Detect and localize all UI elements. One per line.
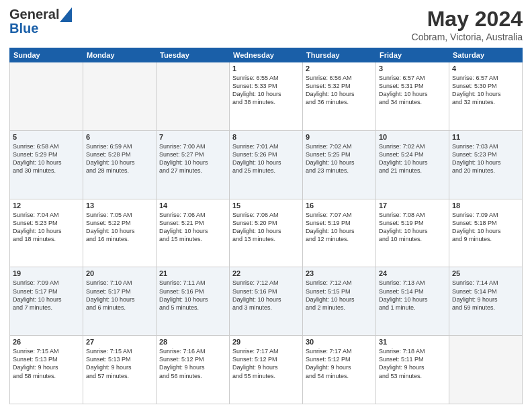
calendar-cell: 13Sunrise: 7:05 AM Sunset: 5:22 PM Dayli…	[83, 199, 157, 267]
day-info: Sunrise: 7:06 AM Sunset: 5:21 PM Dayligh…	[159, 211, 226, 244]
calendar-cell: 21Sunrise: 7:11 AM Sunset: 5:16 PM Dayli…	[157, 267, 230, 336]
calendar-cell	[10, 62, 83, 131]
day-number: 1	[232, 64, 300, 73]
day-info: Sunrise: 6:57 AM Sunset: 5:30 PM Dayligh…	[452, 74, 519, 107]
day-info: Sunrise: 6:56 AM Sunset: 5:32 PM Dayligh…	[306, 74, 373, 107]
day-info: Sunrise: 6:57 AM Sunset: 5:31 PM Dayligh…	[379, 74, 446, 107]
day-number: 12	[13, 201, 80, 210]
calendar-cell: 18Sunrise: 7:09 AM Sunset: 5:18 PM Dayli…	[449, 199, 523, 267]
logo-blue: Blue	[9, 21, 38, 36]
calendar-cell: 20Sunrise: 7:10 AM Sunset: 5:17 PM Dayli…	[83, 267, 157, 336]
calendar-cell	[157, 62, 230, 131]
day-number: 19	[13, 269, 80, 277]
day-header-friday: Friday	[376, 48, 449, 62]
calendar-cell: 10Sunrise: 7:02 AM Sunset: 5:24 PM Dayli…	[376, 130, 449, 199]
day-header-thursday: Thursday	[303, 48, 376, 62]
day-info: Sunrise: 7:15 AM Sunset: 5:13 PM Dayligh…	[86, 347, 153, 380]
calendar-cell: 7Sunrise: 7:00 AM Sunset: 5:27 PM Daylig…	[157, 130, 230, 199]
day-info: Sunrise: 7:18 AM Sunset: 5:11 PM Dayligh…	[379, 347, 446, 380]
day-number: 28	[159, 338, 226, 346]
calendar-cell: 1Sunrise: 6:55 AM Sunset: 5:33 PM Daylig…	[230, 62, 303, 131]
calendar-cell: 4Sunrise: 6:57 AM Sunset: 5:30 PM Daylig…	[449, 62, 523, 131]
calendar-cell: 12Sunrise: 7:04 AM Sunset: 5:23 PM Dayli…	[10, 199, 83, 267]
day-number: 9	[306, 133, 373, 141]
calendar-cell: 2Sunrise: 6:56 AM Sunset: 5:32 PM Daylig…	[303, 62, 376, 131]
calendar-cell: 5Sunrise: 6:58 AM Sunset: 5:29 PM Daylig…	[10, 130, 83, 199]
day-number: 22	[232, 269, 300, 277]
day-number: 23	[306, 269, 373, 277]
day-number: 25	[452, 269, 519, 277]
day-info: Sunrise: 7:07 AM Sunset: 5:19 PM Dayligh…	[306, 211, 373, 244]
calendar-cell: 15Sunrise: 7:06 AM Sunset: 5:20 PM Dayli…	[230, 199, 303, 267]
day-info: Sunrise: 6:55 AM Sunset: 5:33 PM Dayligh…	[232, 74, 300, 107]
calendar-cell: 24Sunrise: 7:13 AM Sunset: 5:14 PM Dayli…	[376, 267, 449, 336]
calendar-cell: 27Sunrise: 7:15 AM Sunset: 5:13 PM Dayli…	[83, 336, 157, 404]
month-title: May 2024	[412, 7, 523, 32]
day-info: Sunrise: 6:59 AM Sunset: 5:28 PM Dayligh…	[86, 142, 153, 175]
page-header: General Blue May 2024 Cobram, Victoria, …	[9, 7, 523, 42]
day-info: Sunrise: 7:12 AM Sunset: 5:16 PM Dayligh…	[232, 279, 300, 312]
calendar-cell: 11Sunrise: 7:03 AM Sunset: 5:23 PM Dayli…	[449, 130, 523, 199]
day-info: Sunrise: 7:12 AM Sunset: 5:15 PM Dayligh…	[306, 279, 373, 312]
day-number: 13	[86, 201, 153, 210]
calendar-cell: 28Sunrise: 7:16 AM Sunset: 5:12 PM Dayli…	[157, 336, 230, 404]
calendar-cell: 25Sunrise: 7:14 AM Sunset: 5:14 PM Dayli…	[449, 267, 523, 336]
logo-triangle-icon	[60, 7, 72, 22]
day-number: 29	[232, 338, 300, 346]
day-number: 31	[379, 338, 446, 346]
day-info: Sunrise: 7:14 AM Sunset: 5:14 PM Dayligh…	[452, 279, 519, 312]
day-number: 17	[379, 201, 446, 210]
day-number: 5	[13, 133, 80, 141]
day-number: 14	[159, 201, 226, 210]
calendar-cell: 8Sunrise: 7:01 AM Sunset: 5:26 PM Daylig…	[230, 130, 303, 199]
day-header-wednesday: Wednesday	[230, 48, 303, 62]
day-number: 30	[306, 338, 373, 346]
day-header-monday: Monday	[83, 48, 157, 62]
day-number: 16	[306, 201, 373, 210]
day-info: Sunrise: 7:16 AM Sunset: 5:12 PM Dayligh…	[159, 347, 226, 380]
day-number: 21	[159, 269, 226, 277]
day-info: Sunrise: 7:00 AM Sunset: 5:27 PM Dayligh…	[159, 142, 226, 175]
day-info: Sunrise: 7:15 AM Sunset: 5:13 PM Dayligh…	[13, 347, 80, 380]
day-number: 4	[452, 64, 519, 73]
day-info: Sunrise: 7:13 AM Sunset: 5:14 PM Dayligh…	[379, 279, 446, 312]
calendar-cell: 6Sunrise: 6:59 AM Sunset: 5:28 PM Daylig…	[83, 130, 157, 199]
day-number: 24	[379, 269, 446, 277]
day-header-tuesday: Tuesday	[157, 48, 230, 62]
location: Cobram, Victoria, Australia	[412, 32, 523, 42]
day-info: Sunrise: 7:11 AM Sunset: 5:16 PM Dayligh…	[159, 279, 226, 312]
calendar-cell: 30Sunrise: 7:17 AM Sunset: 5:12 PM Dayli…	[303, 336, 376, 404]
day-info: Sunrise: 7:04 AM Sunset: 5:23 PM Dayligh…	[13, 211, 80, 244]
calendar-table: SundayMondayTuesdayWednesdayThursdayFrid…	[9, 48, 523, 404]
calendar-cell: 19Sunrise: 7:09 AM Sunset: 5:17 PM Dayli…	[10, 267, 83, 336]
day-number: 10	[379, 133, 446, 141]
day-number: 2	[306, 64, 373, 73]
day-number: 8	[232, 133, 300, 141]
day-info: Sunrise: 7:01 AM Sunset: 5:26 PM Dayligh…	[232, 142, 300, 175]
day-number: 18	[452, 201, 519, 210]
calendar-cell: 31Sunrise: 7:18 AM Sunset: 5:11 PM Dayli…	[376, 336, 449, 404]
day-info: Sunrise: 7:17 AM Sunset: 5:12 PM Dayligh…	[232, 347, 300, 380]
calendar-cell: 17Sunrise: 7:08 AM Sunset: 5:19 PM Dayli…	[376, 199, 449, 267]
day-info: Sunrise: 7:09 AM Sunset: 5:18 PM Dayligh…	[452, 211, 519, 244]
title-area: May 2024 Cobram, Victoria, Australia	[412, 7, 523, 42]
calendar-cell: 16Sunrise: 7:07 AM Sunset: 5:19 PM Dayli…	[303, 199, 376, 267]
calendar-cell: 26Sunrise: 7:15 AM Sunset: 5:13 PM Dayli…	[10, 336, 83, 404]
day-number: 6	[86, 133, 153, 141]
day-info: Sunrise: 7:17 AM Sunset: 5:12 PM Dayligh…	[306, 347, 373, 380]
calendar-cell: 14Sunrise: 7:06 AM Sunset: 5:21 PM Dayli…	[157, 199, 230, 267]
day-number: 26	[13, 338, 80, 346]
day-number: 7	[159, 133, 226, 141]
day-number: 15	[232, 201, 300, 210]
calendar-cell	[449, 336, 523, 404]
day-info: Sunrise: 7:10 AM Sunset: 5:17 PM Dayligh…	[86, 279, 153, 312]
day-info: Sunrise: 6:58 AM Sunset: 5:29 PM Dayligh…	[13, 142, 80, 175]
day-info: Sunrise: 7:05 AM Sunset: 5:22 PM Dayligh…	[86, 211, 153, 244]
calendar-cell: 29Sunrise: 7:17 AM Sunset: 5:12 PM Dayli…	[230, 336, 303, 404]
calendar-cell	[83, 62, 157, 131]
day-header-saturday: Saturday	[449, 48, 523, 62]
logo: General Blue	[9, 7, 72, 36]
day-info: Sunrise: 7:06 AM Sunset: 5:20 PM Dayligh…	[232, 211, 300, 244]
calendar-cell: 23Sunrise: 7:12 AM Sunset: 5:15 PM Dayli…	[303, 267, 376, 336]
day-info: Sunrise: 7:02 AM Sunset: 5:24 PM Dayligh…	[379, 142, 446, 175]
